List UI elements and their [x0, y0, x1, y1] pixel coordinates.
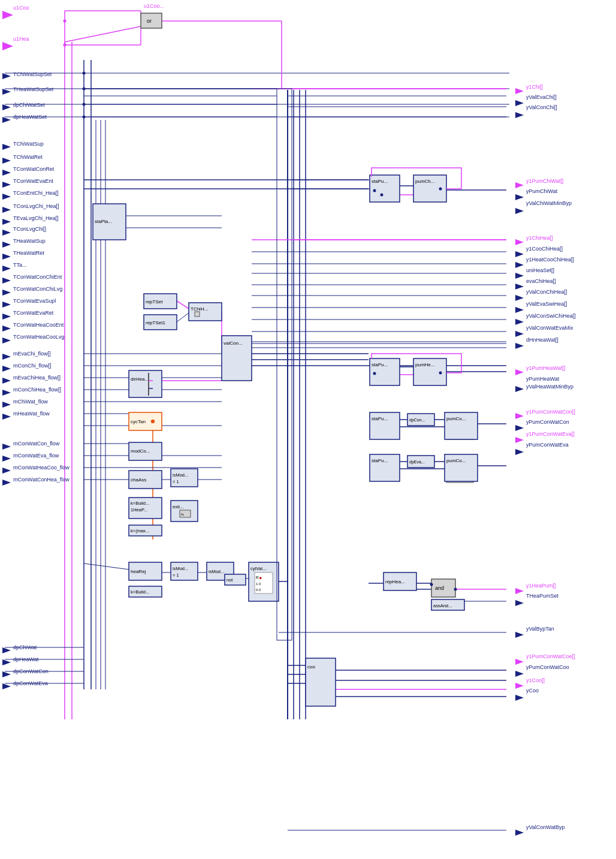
svg-text:pumHe...: pumHe... [415, 362, 434, 367]
svg-text:pumCo...: pumCo... [446, 416, 466, 421]
svg-point-194 [381, 194, 384, 197]
svg-text:mChiWat_flow: mChiWat_flow [13, 399, 48, 405]
svg-text:dpHeaWatSet: dpHeaWatSet [13, 114, 47, 120]
svg-text:repHea...: repHea... [385, 579, 405, 584]
svg-text:yPumConWatCoo: yPumConWatCoo [526, 664, 569, 670]
svg-text:mConWatConHea_flow: mConWatConHea_flow [13, 477, 70, 483]
svg-text:y1PumConWatCon[]: y1PumConWatCon[] [526, 409, 575, 415]
svg-point-335 [151, 420, 155, 423]
svg-text:or: or [147, 18, 152, 24]
svg-text:y1PumConWatCoe[]: y1PumConWatCoe[] [526, 653, 575, 659]
svg-text:chaAss: chaAss [131, 477, 146, 483]
svg-text:mHeaWat_flow: mHeaWat_flow [13, 411, 50, 417]
svg-text:y1HeatCooChiHea[]: y1HeatCooChiHea[] [526, 257, 574, 263]
svg-text:yPumChiWat: yPumChiWat [526, 188, 558, 194]
svg-text:dpChiWatSet: dpChiWatSet [13, 102, 45, 108]
svg-text:valCon...: valCon... [224, 340, 243, 346]
svg-text:dpEva...: dpEva... [409, 460, 425, 465]
svg-text:u1Coo: u1Coo [13, 5, 29, 11]
svg-text:dirHea...: dirHea... [131, 376, 149, 382]
svg-text:k=Build...: k=Build... [131, 501, 149, 506]
svg-text:mConWatCon_flow: mConWatCon_flow [13, 441, 60, 447]
svg-text:= 1: = 1 [173, 572, 179, 578]
svg-text:assAnd...: assAnd... [433, 603, 452, 608]
svg-text:TConWatHeaCooEnt: TConWatHeaCooEnt [13, 322, 64, 328]
svg-text:dpHeaWat: dpHeaWat [13, 656, 39, 662]
svg-text:yPumConWatCon: yPumConWatCon [526, 419, 569, 425]
svg-text:not: not [227, 577, 233, 583]
svg-text:cytVal...: cytVal... [250, 566, 266, 571]
svg-text:y1ChiHea[]: y1ChiHea[] [526, 235, 553, 241]
svg-text:yValEvaChi[]: yValEvaChi[] [526, 94, 557, 100]
svg-rect-181 [189, 303, 222, 321]
svg-text:TConWatEvaEnt: TConWatEvaEnt [13, 178, 53, 184]
svg-text:TChiH...: TChiH... [191, 306, 208, 312]
svg-text:cycTan: cycTan [131, 419, 146, 424]
svg-point-200 [373, 372, 376, 375]
svg-text:TConLvgChi[]: TConLvgChi[] [13, 226, 46, 232]
svg-text:y1PumHeaWat[]: y1PumHeaWat[] [526, 365, 565, 371]
svg-text:TConWatEvaSupl: TConWatEvaSupl [13, 298, 56, 304]
svg-text:k=Build...: k=Build... [131, 589, 149, 595]
svg-text:yPumHeaWat: yPumHeaWat [526, 376, 560, 382]
svg-text:repTSet1: repTSet1 [146, 320, 165, 325]
svg-text:mConWatEva_flow: mConWatEva_flow [13, 453, 59, 459]
svg-text:yValConSwiChiHea[]: yValConSwiChiHea[] [526, 313, 576, 319]
block-diagram-svg: k=dpC... k=dpC... [0, 0, 616, 859]
svg-text:repTSet: repTSet [146, 299, 163, 305]
svg-text:= 1: = 1 [173, 479, 179, 484]
svg-text:mConChi_flow[]: mConChi_flow[] [13, 363, 52, 369]
svg-text:TConWatConChiEnt: TConWatConChiEnt [13, 274, 62, 280]
svg-point-333 [64, 20, 67, 23]
svg-text:mConChiHea_flow[]: mConChiHea_flow[] [13, 387, 61, 393]
svg-text:staPu...: staPu... [372, 458, 388, 463]
svg-text:y1CooChiHea[]: y1CooChiHea[] [526, 246, 563, 252]
svg-text:yValChiWatMinByp: yValChiWatMinByp [526, 200, 572, 206]
svg-text:y1HeaPum[]: y1HeaPum[] [526, 583, 556, 589]
svg-text:isMod...: isMod... [209, 569, 224, 574]
svg-text:1HeaP...: 1HeaP... [131, 507, 147, 513]
svg-text:y1PumChiWat[]: y1PumChiWat[] [526, 178, 563, 184]
svg-text:u1Coo...: u1Coo... [144, 3, 164, 9]
svg-text:mEvaChiHea_flow[]: mEvaChiHea_flow[] [13, 375, 61, 381]
svg-text:R: R [256, 575, 259, 580]
svg-text:TChiWatSup: TChiWatSup [13, 141, 44, 147]
svg-text:THeaPumSet: THeaPumSet [526, 593, 559, 599]
svg-text:TConWatConRet: TConWatConRet [13, 166, 55, 172]
svg-text:staPu...: staPu... [372, 179, 388, 184]
svg-text:coo: coo [307, 664, 315, 670]
svg-text:heaRej: heaRej [131, 569, 146, 574]
diagram-container: k=dpC... k=dpC... [0, 0, 616, 859]
svg-text:yValHeaWatMinByp: yValHeaWatMinByp [526, 384, 573, 390]
svg-text:extI...: extI... [173, 504, 183, 510]
svg-text:TConWatConChiLvg: TConWatConChiLvg [13, 286, 62, 292]
svg-point-197 [439, 188, 442, 191]
svg-text:Is: Is [181, 513, 184, 516]
svg-text:evaChiHea[]: evaChiHea[] [526, 278, 556, 284]
svg-text:pumCo...: pumCo... [446, 458, 466, 463]
svg-text:k=(max...: k=(max... [131, 528, 149, 534]
svg-text:yValConChi[]: yValConChi[] [526, 104, 557, 110]
svg-text:TChiWatRet: TChiWatRet [13, 154, 43, 160]
svg-text:dpChiWat: dpChiWat [13, 644, 37, 650]
svg-point-336 [430, 583, 433, 586]
svg-text:y1Coo[]: y1Coo[] [526, 677, 545, 683]
svg-text:1.0: 1.0 [256, 582, 261, 586]
svg-text:TEvaLvgChi_Hea[]: TEvaLvgChi_Hea[] [13, 215, 59, 221]
svg-text:dHnHeaWat[]: dHnHeaWat[] [526, 337, 558, 343]
svg-point-334 [64, 44, 67, 47]
svg-point-337 [454, 588, 457, 591]
svg-text:TConLvgChi_Hea[]: TConLvgChi_Hea[] [13, 203, 59, 209]
svg-text:TConEntChi_Hea[]: TConEntChi_Hea[] [13, 190, 59, 196]
svg-rect-183 [195, 312, 200, 317]
svg-text:yCoo: yCoo [526, 688, 539, 694]
svg-text:yValBypTan: yValBypTan [526, 626, 554, 632]
svg-text:TChiWatSupSet: TChiWatSupSet [13, 71, 52, 77]
svg-text:yValConWatEvaMix: yValConWatEvaMix [526, 325, 573, 331]
svg-text:dpConWatEva: dpConWatEva [13, 680, 48, 686]
svg-rect-186 [129, 370, 162, 397]
svg-text:y1PumConWatEva[]: y1PumConWatEva[] [526, 431, 575, 437]
svg-text:isMod...: isMod... [173, 566, 188, 571]
svg-text:mConWatHeaCoo_flow: mConWatHeaCoo_flow [13, 465, 70, 471]
svg-text:THeaWatSup: THeaWatSup [13, 238, 46, 244]
